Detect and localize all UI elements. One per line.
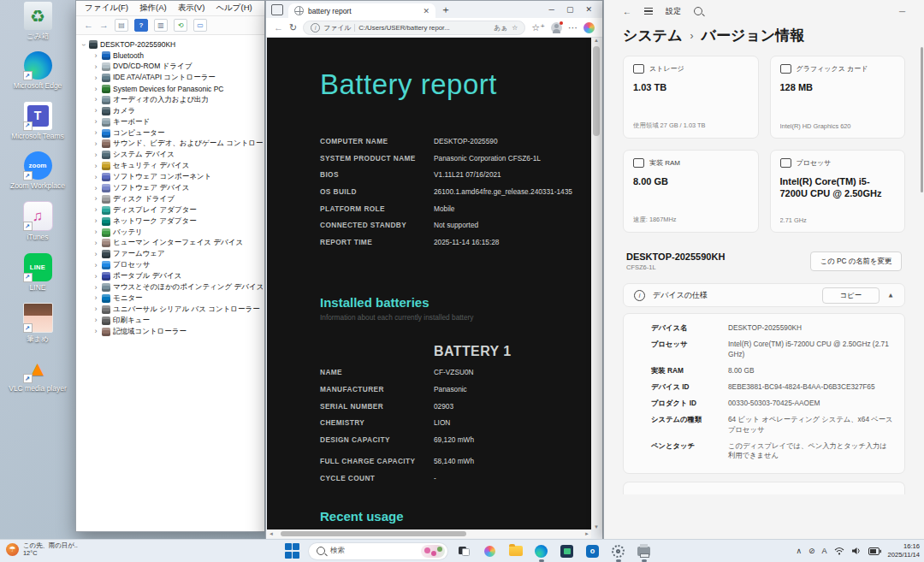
tree-item[interactable]: ›Bluetooth: [80, 50, 263, 62]
desktop-icon-itunes[interactable]: ♫↗iTunes: [1, 201, 74, 241]
expander-chevron-icon[interactable]: ›: [80, 41, 87, 48]
expander-chevron-icon[interactable]: ›: [92, 284, 99, 292]
close-button[interactable]: ✕: [585, 5, 592, 14]
horizontal-scrollbar[interactable]: ◄ ►: [267, 529, 591, 538]
file-explorer-icon[interactable]: [506, 542, 524, 560]
tree-item[interactable]: ›ファームウェア: [80, 249, 263, 260]
tree-item[interactable]: ›モニター: [80, 293, 263, 304]
menu-item[interactable]: 操作(A): [139, 3, 167, 14]
list-view-icon[interactable]: ▤: [115, 19, 128, 32]
scan-hardware-icon[interactable]: ⟲: [174, 19, 187, 32]
browser-back-icon[interactable]: ←: [274, 23, 283, 33]
tree-item[interactable]: ›記憶域コントローラー: [80, 326, 263, 337]
expander-chevron-icon[interactable]: ›: [92, 63, 99, 71]
volume-icon[interactable]: [851, 547, 862, 555]
menu-item[interactable]: ファイル(F): [85, 3, 128, 14]
menu-item[interactable]: ヘルプ(H): [216, 3, 252, 14]
tree-item[interactable]: ›オーディオの入力および出力: [80, 94, 263, 105]
expander-chevron-icon[interactable]: ›: [92, 52, 99, 60]
favorite-star-icon[interactable]: ☆: [512, 24, 518, 32]
weather-widget[interactable]: ☂ この先、雨の日が.. 12°C: [6, 541, 78, 558]
desktop-icon-fudemame[interactable]: ↗筆まめ: [1, 303, 74, 343]
expander-chevron-icon[interactable]: ›: [92, 206, 99, 214]
copy-button[interactable]: コピー: [822, 287, 880, 304]
desktop-icon-vlc[interactable]: ▲↗VLC media player: [1, 354, 74, 393]
desktop-icon-teams[interactable]: T↗Microsoft Teams: [1, 102, 74, 140]
pc-app-icon[interactable]: [558, 542, 576, 560]
vertical-scrollbar[interactable]: ▲ ▼: [591, 38, 601, 529]
about-card[interactable]: グラフィックス カード128 MBIntel(R) HD Graphics 62…: [770, 56, 906, 139]
tree-item[interactable]: ›マウスとそのほかのポインティング デバイス: [80, 282, 263, 293]
copilot-taskbar-icon[interactable]: [481, 542, 499, 560]
tree-item[interactable]: ›ネットワーク アダプター: [80, 216, 263, 227]
favorites-add-icon[interactable]: ☆⁺: [531, 23, 545, 33]
expander-chevron-icon[interactable]: ›: [92, 118, 99, 126]
expander-chevron-icon[interactable]: ›: [92, 262, 99, 269]
expander-chevron-icon[interactable]: ›: [92, 86, 99, 93]
wifi-icon[interactable]: [834, 547, 844, 555]
expander-chevron-icon[interactable]: ›: [92, 273, 99, 281]
tree-item[interactable]: ›ユニバーサル シリアル バス コントローラー: [80, 304, 263, 315]
horizontal-scroll-thumb[interactable]: [281, 531, 467, 536]
back-icon[interactable]: ←: [84, 21, 93, 30]
scroll-right-icon[interactable]: ►: [584, 531, 589, 536]
browser-refresh-icon[interactable]: ↻: [289, 23, 297, 33]
taskbar-clock[interactable]: 16:16 2025/11/14: [888, 542, 920, 559]
edge-taskbar-icon[interactable]: [532, 542, 550, 560]
task-view-button[interactable]: [455, 542, 473, 560]
about-card[interactable]: プロセッサIntel(R) Core(TM) i5-7200U CPU @ 2.…: [770, 150, 906, 233]
expander-chevron-icon[interactable]: ›: [92, 174, 99, 181]
desktop-icon-line[interactable]: LINE↗LINE: [1, 253, 74, 292]
tree-item[interactable]: ›セキュリティ デバイス: [80, 161, 263, 172]
desktop-icon-zoom[interactable]: zoom↗Zoom Workplace: [1, 151, 74, 190]
expander-chevron-icon[interactable]: ›: [92, 163, 99, 170]
maximize-button[interactable]: ▢: [566, 5, 574, 14]
desktop-icon-recycle-bin[interactable]: ♻ごみ箱: [1, 2, 74, 40]
ime-indicator[interactable]: A: [822, 547, 827, 555]
tab-actions-icon[interactable]: [271, 4, 283, 15]
desktop-icon-edge[interactable]: ↗Microsoft Edge: [1, 51, 74, 90]
expander-chevron-icon[interactable]: ›: [92, 240, 99, 247]
breadcrumb-parent[interactable]: システム: [623, 26, 683, 45]
battery-icon[interactable]: [868, 547, 881, 555]
tree-item[interactable]: ›DVD/CD-ROM ドライブ: [80, 62, 263, 73]
tree-item[interactable]: ›サウンド、ビデオ、およびゲーム コントローラー: [80, 139, 263, 150]
tab-close-icon[interactable]: ✕: [423, 7, 429, 15]
tree-item[interactable]: ›印刷キュー: [80, 315, 263, 326]
about-card[interactable]: 実装 RAM8.00 GB速度: 1867MHz: [623, 150, 759, 233]
tree-item[interactable]: ›ソフトウェア コンポーネント: [80, 172, 263, 183]
expander-chevron-icon[interactable]: ›: [92, 107, 99, 115]
tree-item[interactable]: ›ソフトウェア デバイス: [80, 183, 263, 194]
tree-item[interactable]: ›ディスク ドライブ: [80, 193, 263, 204]
device-manager-taskbar-icon[interactable]: [635, 542, 653, 560]
scroll-down-icon[interactable]: ▼: [594, 524, 599, 529]
new-tab-button[interactable]: ＋: [441, 4, 451, 15]
expander-chevron-icon[interactable]: ›: [92, 140, 99, 148]
taskbar-search-box[interactable]: 検索: [309, 543, 447, 559]
scroll-up-icon[interactable]: ▲: [594, 38, 599, 43]
start-button[interactable]: [283, 542, 301, 560]
settings-taskbar-icon[interactable]: [609, 542, 627, 560]
forward-icon[interactable]: →: [99, 21, 109, 30]
tree-item[interactable]: ›システム デバイス: [80, 150, 263, 161]
device-spec-expander[interactable]: i デバイスの仕様 コピー ▼: [623, 283, 905, 307]
expander-chevron-icon[interactable]: ›: [92, 294, 99, 302]
about-card[interactable]: ストレージ1.03 TB使用領域 27 GB / 1.03 TB: [623, 56, 759, 139]
tree-item[interactable]: ›System Devices for Panasonic PC: [80, 84, 263, 95]
expander-chevron-icon[interactable]: ›: [92, 228, 99, 236]
device-monitor-icon[interactable]: ▭: [193, 19, 207, 32]
minimize-button[interactable]: ─: [549, 5, 554, 14]
tree-item[interactable]: ›DESKTOP-2025590KH: [80, 39, 263, 50]
tree-item[interactable]: ›ディスプレイ アダプター: [80, 204, 263, 216]
expander-chevron-icon[interactable]: ›: [92, 251, 99, 258]
onedrive-paused-icon[interactable]: ⊘: [808, 547, 815, 555]
expander-chevron-icon[interactable]: ›: [92, 96, 99, 104]
chevron-up-icon[interactable]: ▼: [887, 292, 894, 299]
expander-chevron-icon[interactable]: ›: [92, 217, 99, 225]
vertical-scroll-thumb[interactable]: [593, 46, 600, 136]
tree-item[interactable]: ›カメラ: [80, 105, 263, 116]
expander-chevron-icon[interactable]: ›: [92, 185, 99, 192]
settings-minimize-button[interactable]: ─: [899, 7, 905, 16]
expander-chevron-icon[interactable]: ›: [92, 328, 99, 335]
tree-item[interactable]: ›キーボード: [80, 116, 263, 127]
